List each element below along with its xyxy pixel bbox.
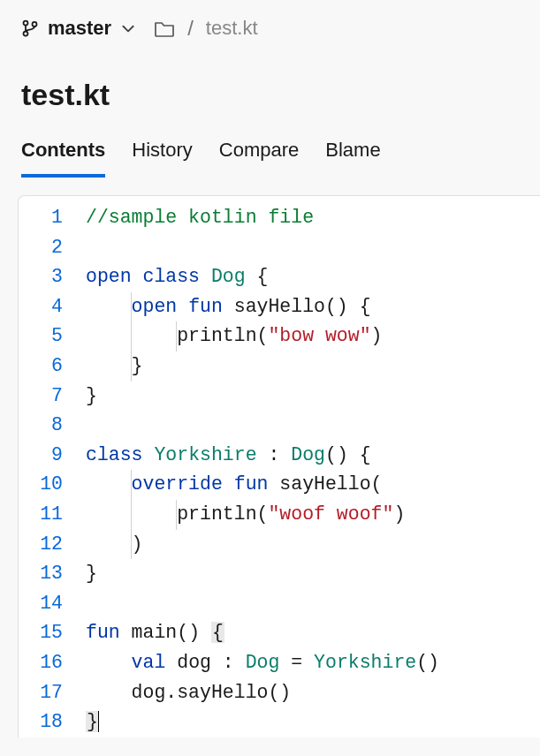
line-content: } <box>86 352 143 382</box>
svg-point-1 <box>24 32 28 36</box>
code-line[interactable]: 12 ) <box>19 530 540 560</box>
line-number: 6 <box>19 352 86 382</box>
code-line[interactable]: 18}​ <box>19 707 540 737</box>
code-panel: 1//sample kotlin file23open class Dog {4… <box>18 195 540 737</box>
git-branch-icon <box>21 19 39 38</box>
code-line[interactable]: 4 open fun sayHello() { <box>19 292 540 322</box>
line-number: 18 <box>19 707 86 737</box>
chevron-down-icon <box>120 20 136 36</box>
tabs: ContentsHistoryCompareBlame <box>0 119 540 178</box>
line-number: 10 <box>19 470 86 500</box>
line-number: 4 <box>19 292 86 322</box>
line-content: class Yorkshire : Dog() { <box>86 441 371 471</box>
tab-blame[interactable]: Blame <box>325 139 380 178</box>
tab-compare[interactable]: Compare <box>219 139 299 178</box>
code-line[interactable]: 15fun main() { <box>19 618 540 648</box>
line-number: 17 <box>19 678 86 708</box>
line-number: 3 <box>19 262 86 292</box>
code-line[interactable]: 13} <box>19 559 540 589</box>
breadcrumb-file: test.kt <box>206 17 258 40</box>
line-content: val dog : Dog = Yorkshire() <box>86 648 439 678</box>
line-number: 11 <box>19 500 86 530</box>
line-number: 12 <box>19 530 86 560</box>
code-line[interactable]: 16 val dog : Dog = Yorkshire() <box>19 648 540 678</box>
code-line[interactable]: 10 override fun sayHello( <box>19 470 540 500</box>
line-content: fun main() { <box>86 618 224 648</box>
tab-contents[interactable]: Contents <box>21 139 105 178</box>
line-number: 7 <box>19 382 86 412</box>
code-line[interactable]: 9class Yorkshire : Dog() { <box>19 441 540 471</box>
branch-name: master <box>48 17 111 40</box>
line-content: //sample kotlin file <box>86 203 314 233</box>
line-content: ) <box>86 530 143 560</box>
tab-history[interactable]: History <box>132 139 192 178</box>
code-line[interactable]: 17 dog.sayHello() <box>19 678 540 708</box>
code-line[interactable]: 8 <box>19 411 540 441</box>
line-content: open fun sayHello() { <box>86 292 371 322</box>
code-line[interactable]: 5 println("bow wow") <box>19 321 540 352</box>
line-number: 5 <box>19 321 86 352</box>
code-line[interactable]: 7} <box>19 382 540 412</box>
code-lines[interactable]: 1//sample kotlin file23open class Dog {4… <box>19 196 540 737</box>
line-number: 14 <box>19 589 86 619</box>
line-content: } <box>86 559 97 589</box>
code-line[interactable]: 2 <box>19 233 540 263</box>
line-content: println("woof woof") <box>86 500 405 530</box>
folder-icon[interactable] <box>154 19 175 37</box>
breadcrumb: / test.kt <box>154 16 257 41</box>
code-line[interactable]: 14 <box>19 589 540 619</box>
page-title: test.kt <box>0 57 540 119</box>
code-line[interactable]: 1//sample kotlin file <box>19 203 540 233</box>
line-content: }​ <box>86 707 99 737</box>
code-line[interactable]: 11 println("woof woof") <box>19 500 540 530</box>
line-content: override fun sayHello( <box>86 470 382 500</box>
branch-selector[interactable]: master <box>21 17 136 40</box>
line-number: 15 <box>19 618 86 648</box>
svg-point-2 <box>33 22 37 26</box>
line-content: dog.sayHello() <box>86 678 291 708</box>
line-number: 9 <box>19 441 86 471</box>
line-number: 1 <box>19 203 86 233</box>
line-number: 16 <box>19 648 86 678</box>
line-number: 8 <box>19 411 86 441</box>
svg-point-0 <box>24 21 28 26</box>
line-number: 2 <box>19 233 86 263</box>
line-content: open class Dog { <box>86 262 268 292</box>
line-number: 13 <box>19 559 86 589</box>
line-content: } <box>86 382 97 412</box>
breadcrumb-separator: / <box>187 16 194 41</box>
code-line[interactable]: 3open class Dog { <box>19 262 540 292</box>
code-line[interactable]: 6 } <box>19 352 540 382</box>
line-content: println("bow wow") <box>86 321 382 352</box>
